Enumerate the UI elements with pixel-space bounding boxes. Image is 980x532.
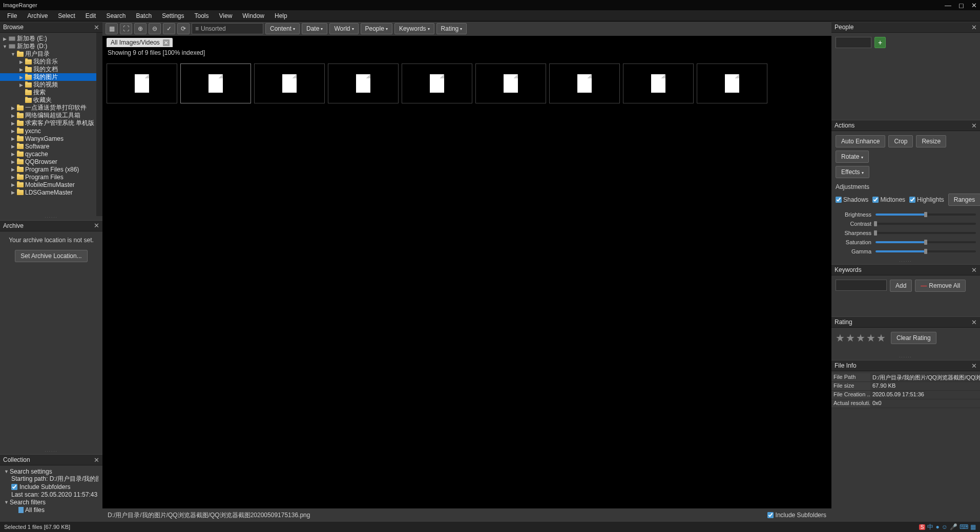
clear-rating-button[interactable]: Clear Rating: [891, 332, 936, 344]
include-subfolders-check[interactable]: Include Subfolders: [767, 512, 826, 519]
slider-knob[interactable]: [924, 240, 927, 245]
remove-all-button[interactable]: —Remove All: [915, 280, 966, 292]
menu-tools[interactable]: Tools: [189, 11, 214, 21]
twisty-icon[interactable]: ▼: [10, 52, 16, 57]
twisty-icon[interactable]: ▶: [18, 59, 24, 65]
twisty-icon[interactable]: ▶: [10, 190, 16, 195]
tree-row[interactable]: ▶求索客户管理系统 单机版: [0, 119, 96, 127]
menu-view[interactable]: View: [214, 11, 238, 21]
tree-row[interactable]: ▼新加卷 (D:): [0, 42, 96, 50]
sort-dropdown[interactable]: ≡ Unsorted: [192, 23, 263, 34]
twisty-icon[interactable]: ▶: [18, 75, 24, 80]
tree-row[interactable]: 搜索: [0, 89, 96, 96]
tree-row[interactable]: 收藏夹: [0, 96, 96, 104]
panel-divider[interactable]: ······: [0, 450, 102, 454]
rotate-button[interactable]: Rotate ▾: [836, 151, 869, 163]
grid-view-icon[interactable]: ▦: [106, 23, 118, 34]
people-select[interactable]: [836, 37, 871, 48]
search-filters-label[interactable]: Search filters: [10, 499, 46, 506]
scrollbar[interactable]: [96, 33, 102, 216]
thumbnail[interactable]: [402, 63, 472, 103]
ranges-button[interactable]: Ranges: [948, 194, 980, 206]
tree-row[interactable]: ▶网络编辑超级工具箱: [0, 112, 96, 119]
slider-knob[interactable]: [874, 230, 877, 236]
menu-archive[interactable]: Archive: [22, 11, 53, 21]
thumbnail[interactable]: [623, 63, 694, 103]
menu-batch[interactable]: Batch: [131, 11, 157, 21]
refresh-icon[interactable]: ⟳: [177, 23, 190, 34]
tree-row[interactable]: ▶我的文档: [0, 66, 96, 73]
star-icon[interactable]: ★: [856, 332, 865, 344]
thumbnail[interactable]: [180, 63, 251, 103]
twisty-icon[interactable]: ▶: [10, 105, 16, 111]
star-icon[interactable]: ★: [836, 332, 845, 344]
twisty-icon[interactable]: ▶: [10, 144, 16, 149]
tray-icon[interactable]: ●: [935, 523, 939, 530]
menu-help[interactable]: Help: [269, 11, 293, 21]
minimize-icon[interactable]: —: [945, 2, 951, 9]
tab-close-icon[interactable]: ✕: [163, 39, 170, 46]
panel-divider[interactable]: ······: [0, 216, 102, 220]
menu-window[interactable]: Window: [237, 11, 269, 21]
panel-divider[interactable]: ······: [831, 356, 980, 360]
menu-select[interactable]: Select: [53, 11, 80, 21]
tree-row[interactable]: ▶我的图片: [0, 73, 96, 81]
tray-icon[interactable]: 中: [927, 523, 933, 531]
slider-knob[interactable]: [924, 212, 927, 217]
star-icon[interactable]: ★: [866, 332, 875, 344]
close-icon[interactable]: ✕: [971, 122, 977, 130]
add-keyword-button[interactable]: Add: [890, 280, 912, 292]
filter-world[interactable]: World▾: [329, 23, 358, 34]
twisty-icon[interactable]: ▶: [10, 182, 16, 187]
set-archive-button[interactable]: Set Archive Location...: [15, 250, 87, 262]
twisty-icon[interactable]: ▶: [10, 175, 16, 180]
ime-icon[interactable]: S: [919, 524, 926, 530]
close-icon[interactable]: ✕: [971, 362, 977, 370]
thumbnail[interactable]: [254, 63, 325, 103]
thumbnail-grid[interactable]: [102, 58, 831, 508]
twisty-icon[interactable]: ▶: [18, 67, 24, 72]
close-icon[interactable]: ✕: [94, 456, 99, 464]
maximize-icon[interactable]: ◻: [958, 2, 964, 9]
thumbnail[interactable]: [475, 63, 546, 103]
tree-row[interactable]: ▶MobileEmuMaster: [0, 181, 96, 188]
tree-row[interactable]: ▶WanyxGames: [0, 135, 96, 142]
shadows-check[interactable]: Shadows: [836, 196, 868, 203]
slider-track[interactable]: [875, 214, 976, 216]
zoom-in-icon[interactable]: ⊕: [134, 23, 147, 34]
twisty-icon[interactable]: ▶: [10, 167, 16, 172]
tray-icon[interactable]: ⌨: [960, 523, 968, 530]
midtones-check[interactable]: Midtones: [872, 196, 905, 203]
folder-tree[interactable]: ▶新加卷 (E:)▼新加卷 (D:)▼用户目录▶我的音乐▶我的文档▶我的图片▶我…: [0, 33, 96, 216]
auto-enhance-button[interactable]: Auto Enhance: [836, 135, 885, 147]
tab-all-images[interactable]: All Images/Videos ✕: [107, 38, 173, 47]
twisty-icon[interactable]: ▶: [2, 36, 8, 41]
tray-icon[interactable]: 🎤: [950, 523, 957, 530]
filter-keywords[interactable]: Keywords▾: [394, 23, 434, 34]
close-icon[interactable]: ✕: [971, 24, 977, 31]
close-icon[interactable]: ✕: [94, 24, 99, 31]
slider-track[interactable]: [875, 232, 976, 234]
check-icon[interactable]: ✓: [163, 23, 175, 34]
menu-file[interactable]: File: [2, 11, 22, 21]
twisty-icon[interactable]: ▶: [18, 82, 24, 88]
effects-button[interactable]: Effects ▾: [836, 166, 869, 178]
slider-track[interactable]: [875, 241, 976, 243]
tree-row[interactable]: ▶Program Files (x86): [0, 165, 96, 173]
twisty-icon[interactable]: ▶: [10, 121, 16, 126]
slider-track[interactable]: [875, 223, 976, 225]
menu-search[interactable]: Search: [101, 11, 131, 21]
tree-row[interactable]: ▶Program Files: [0, 173, 96, 181]
tree-row[interactable]: ▶我的视频: [0, 81, 96, 89]
tree-row[interactable]: ▼用户目录: [0, 50, 96, 58]
close-icon[interactable]: ✕: [971, 266, 977, 274]
tray-icon[interactable]: ▦: [970, 523, 976, 530]
twisty-icon[interactable]: ▼: [2, 44, 8, 49]
tree-row[interactable]: ▶Software: [0, 142, 96, 150]
close-icon[interactable]: ✕: [971, 318, 977, 326]
resize-button[interactable]: Resize: [916, 135, 946, 147]
tree-row[interactable]: ▶yxcnc: [0, 127, 96, 135]
tree-row[interactable]: ▶LDSGameMaster: [0, 188, 96, 196]
twisty-icon[interactable]: ▶: [10, 129, 16, 134]
crop-button[interactable]: Crop: [888, 135, 913, 147]
